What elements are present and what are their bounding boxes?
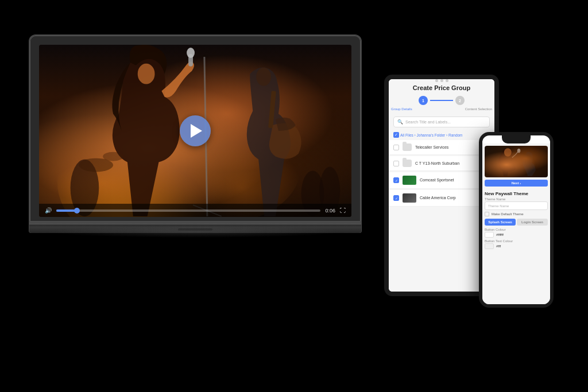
progress-bar[interactable] bbox=[56, 209, 320, 212]
phone-notch bbox=[502, 135, 531, 143]
tablet-status-dots bbox=[389, 79, 494, 82]
theme-name-placeholder: Theme Name bbox=[488, 204, 509, 208]
laptop-bezel: 🔊 0:06 ⛶ bbox=[29, 34, 362, 223]
folder-icon-1 bbox=[403, 143, 412, 151]
button-text-color-swatch[interactable] bbox=[485, 243, 494, 249]
phone-button-bar: Next › bbox=[485, 180, 548, 189]
laptop-video-player: 🔊 0:06 ⛶ bbox=[39, 45, 351, 217]
step-connector bbox=[430, 100, 453, 101]
phone-screen: Next › New Paywall Theme Theme Name Them… bbox=[482, 143, 550, 304]
button-text-color-label: Button Text Colour bbox=[485, 239, 548, 243]
svg-point-14 bbox=[103, 152, 123, 161]
tablet-breadcrumb: ✓ All Files › Johanna's Folder › Random bbox=[389, 131, 494, 140]
laptop-shadow bbox=[45, 226, 345, 238]
row-checkbox-4[interactable]: ✓ bbox=[393, 195, 399, 201]
tablet-search-bar[interactable]: 🔍 Search Title and Labels... bbox=[393, 117, 490, 127]
svg-point-8 bbox=[256, 68, 271, 86]
phone-next-btn[interactable]: Next › bbox=[485, 180, 548, 187]
svg-point-5 bbox=[138, 64, 155, 84]
tablet-dot-2 bbox=[440, 79, 443, 82]
button-color-label: Button Colour bbox=[485, 228, 548, 231]
tablet-step-indicators: 1 2 bbox=[389, 94, 494, 107]
phone-tabs: Splash Screen Login Screen bbox=[485, 219, 548, 226]
play-icon bbox=[191, 124, 202, 138]
button-color-swatch[interactable] bbox=[485, 232, 494, 238]
default-theme-checkbox[interactable] bbox=[485, 212, 489, 216]
laptop-device: 🔊 0:06 ⛶ bbox=[29, 34, 362, 233]
button-color-row: #ffffff bbox=[485, 232, 548, 238]
button-color-value: #ffffff bbox=[496, 233, 504, 236]
step-2-label: Content Selection bbox=[465, 107, 492, 111]
sports-thumbnail bbox=[403, 176, 416, 185]
tablet-dot-1 bbox=[435, 79, 438, 82]
cable-thumbnail bbox=[403, 193, 416, 203]
select-all-checkbox[interactable]: ✓ bbox=[393, 132, 399, 138]
login-screen-tab[interactable]: Login Screen bbox=[517, 219, 548, 226]
default-theme-label: Make Default Theme bbox=[492, 212, 524, 216]
play-button[interactable] bbox=[180, 115, 211, 146]
step-1-label: Group Details bbox=[391, 107, 412, 111]
row-checkbox-3[interactable]: ✓ bbox=[393, 177, 399, 183]
tablet-modal-title: Create Price Group bbox=[389, 84, 494, 91]
row-checkbox-2[interactable] bbox=[393, 161, 399, 166]
phone-section-title: New Paywall Theme bbox=[485, 191, 548, 196]
video-controls: 🔊 0:06 ⛶ bbox=[39, 204, 351, 217]
svg-point-4 bbox=[187, 48, 195, 58]
folder-icon-2 bbox=[403, 160, 412, 167]
volume-icon[interactable]: 🔊 bbox=[45, 207, 52, 214]
step-labels: Group Details Content Selection bbox=[389, 107, 494, 113]
video-time: 0:06 bbox=[325, 208, 335, 214]
theme-name-input[interactable]: Theme Name bbox=[485, 201, 548, 210]
tablet-search-placeholder: Search Title and Labels... bbox=[405, 120, 451, 124]
splash-screen-tab[interactable]: Splash Screen bbox=[485, 219, 516, 226]
button-text-color-value: #fff bbox=[496, 244, 501, 248]
row-checkbox-1[interactable] bbox=[393, 145, 399, 150]
default-theme-row: Make Default Theme bbox=[485, 212, 548, 216]
tablet-dot-3 bbox=[446, 79, 448, 82]
step-2-circle: 2 bbox=[455, 96, 465, 105]
phone-device: Next › New Paywall Theme Theme Name Them… bbox=[479, 132, 554, 308]
theme-name-label: Theme Name bbox=[485, 197, 548, 201]
phone-thumb-background bbox=[485, 146, 548, 177]
main-scene: 🔊 0:06 ⛶ bbox=[0, 0, 588, 392]
button-text-color-row: #fff bbox=[485, 243, 548, 249]
tablet-search-icon: 🔍 bbox=[397, 119, 403, 125]
progress-dot bbox=[74, 208, 80, 214]
checkbox-check: ✓ bbox=[394, 133, 398, 137]
phone-video-thumbnail bbox=[485, 146, 548, 177]
breadcrumb-text: All Files › Johanna's Folder › Random bbox=[400, 133, 463, 137]
step-1-circle: 1 bbox=[419, 96, 428, 105]
progress-fill bbox=[56, 209, 78, 212]
fullscreen-icon[interactable]: ⛶ bbox=[340, 207, 346, 214]
